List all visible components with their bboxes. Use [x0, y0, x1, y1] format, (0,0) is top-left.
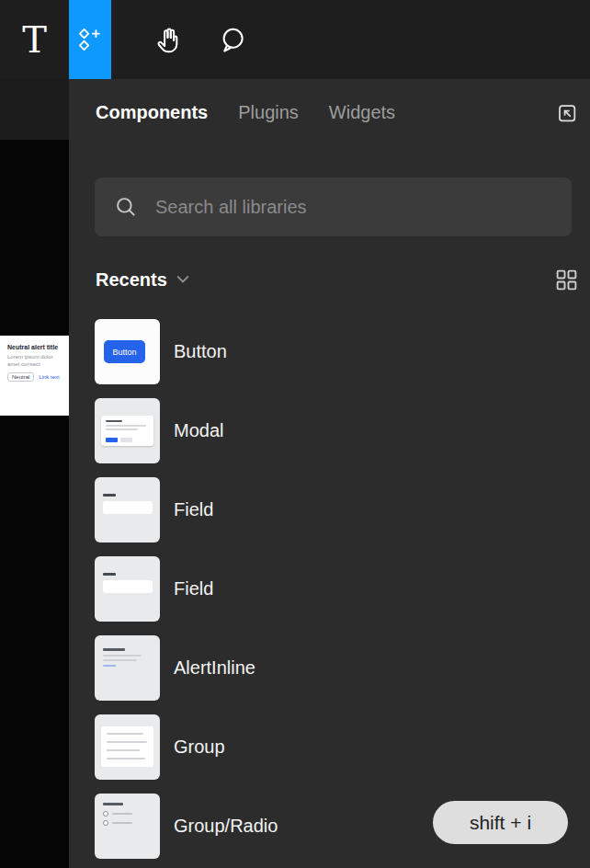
search-input[interactable] — [155, 197, 541, 218]
arrow-up-left-box-icon — [553, 99, 579, 125]
search-bar[interactable] — [95, 177, 572, 236]
assets-icon — [77, 27, 103, 52]
component-label: Group — [174, 737, 225, 758]
comment-tool-button[interactable] — [208, 0, 257, 79]
assets-tool-button[interactable] — [69, 0, 111, 79]
list-item-field[interactable]: Field — [69, 477, 590, 542]
figma-window: T — [0, 0, 590, 868]
thumbnail-button-mock: Button — [104, 340, 145, 363]
tab-components[interactable]: Components — [96, 102, 208, 123]
component-label: AlertInline — [174, 657, 255, 679]
component-thumbnail — [95, 477, 160, 542]
component-label: Button — [174, 341, 227, 362]
canvas-background[interactable]: Neutral alert title Lorem ipsum dolor am… — [0, 79, 69, 868]
grid-view-icon — [555, 268, 578, 291]
canvas-frame-fragment[interactable]: Neutral alert title Lorem ipsum dolor am… — [0, 336, 69, 416]
component-label: Field — [174, 578, 213, 600]
alert-link-text: Link text — [39, 374, 59, 380]
text-tool-button[interactable]: T — [0, 0, 69, 79]
component-thumbnail — [95, 714, 160, 780]
recents-section-header: Recents — [69, 268, 590, 291]
toolbar: T — [0, 0, 590, 79]
tab-plugins[interactable]: Plugins — [238, 102, 299, 123]
open-panel-button[interactable] — [552, 98, 580, 126]
list-item-field[interactable]: Field — [69, 556, 590, 622]
hand-icon — [155, 25, 185, 54]
canvas-band — [0, 79, 69, 140]
comment-icon — [219, 26, 246, 53]
recents-heading[interactable]: Recents — [96, 269, 167, 291]
assets-panel: Components Plugins Widgets — [69, 79, 590, 868]
tab-widgets[interactable]: Widgets — [329, 102, 395, 123]
panel-tabbar: Components Plugins Widgets — [69, 79, 590, 145]
component-thumbnail — [95, 635, 160, 701]
list-item-group[interactable]: Group — [69, 714, 590, 780]
component-thumbnail — [95, 794, 160, 859]
list-item-button[interactable]: Button Button — [69, 319, 590, 384]
component-thumbnail — [95, 398, 160, 463]
alert-title-text: Neutral alert title — [7, 344, 63, 350]
recents-list: Button Button Modal Field — [69, 319, 590, 859]
list-item-modal[interactable]: Modal — [69, 398, 590, 463]
component-thumbnail: Button — [95, 319, 160, 384]
component-label: Group/Radio — [174, 816, 278, 837]
alert-actions: Neutral Link text — [7, 372, 63, 382]
hand-tool-button[interactable] — [145, 0, 195, 79]
shortcut-badge: shift + i — [433, 801, 568, 844]
text-tool-icon: T — [22, 21, 47, 58]
component-thumbnail — [95, 556, 160, 622]
component-label: Modal — [174, 420, 223, 441]
component-label: Field — [174, 499, 213, 520]
search-icon — [114, 195, 138, 219]
chevron-down-icon[interactable] — [176, 275, 189, 284]
grid-view-button[interactable] — [553, 267, 579, 292]
alert-body-text: Lorem ipsum dolor amet consect — [7, 353, 63, 368]
alert-neutral-button: Neutral — [7, 372, 34, 382]
list-item-alertinline[interactable]: AlertInline — [69, 635, 590, 701]
